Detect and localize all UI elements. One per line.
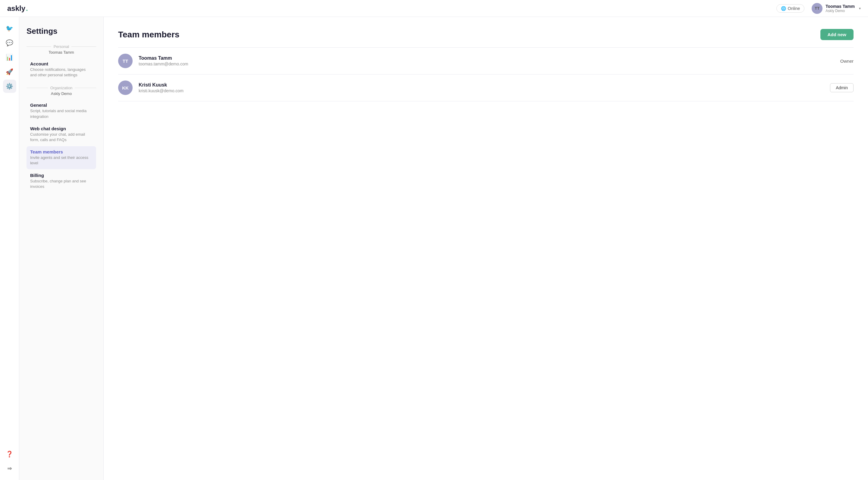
chevron-down-icon: ▾ bbox=[859, 6, 861, 10]
globe-icon: 🌐 bbox=[781, 6, 786, 11]
nav-title-team-members: Team members bbox=[30, 149, 93, 154]
nav-desc-account: Choose notifications, languages and othe… bbox=[30, 67, 93, 78]
logout-icon[interactable]: ⇒ bbox=[3, 462, 16, 475]
rocket-icon[interactable]: 🚀 bbox=[3, 65, 16, 79]
user-org: Askly Demo bbox=[826, 9, 855, 13]
member-role-badge[interactable]: Admin bbox=[830, 83, 854, 92]
layout: 🐦 💬 📊 🚀 ⚙️ ❓ ⇒ Settings Personal Toomas … bbox=[0, 17, 868, 480]
user-menu[interactable]: TT Toomas Tamm Askly Demo ▾ bbox=[812, 3, 861, 14]
table-row: KK Kristi Kuusk kristi.kuusk@demo.com Ad… bbox=[118, 74, 854, 101]
table-row: TT Toomas Tamm toomas.tamm@demo.com Owne… bbox=[118, 48, 854, 74]
member-name: Toomas Tamm bbox=[138, 56, 840, 61]
nav-desc-billing: Subscribe, change plan and see invoices bbox=[30, 179, 93, 189]
main-header: Team members Add new bbox=[118, 29, 854, 40]
sidebar-item-billing[interactable]: Billing Subscribe, change plan and see i… bbox=[27, 170, 96, 192]
member-info: Toomas Tamm toomas.tamm@demo.com bbox=[138, 56, 840, 66]
nav-title-account: Account bbox=[30, 61, 93, 66]
member-email: kristi.kuusk@demo.com bbox=[138, 88, 830, 93]
avatar: TT bbox=[118, 54, 133, 68]
member-info: Kristi Kuusk kristi.kuusk@demo.com bbox=[138, 82, 830, 93]
icon-sidebar: 🐦 💬 📊 🚀 ⚙️ ❓ ⇒ bbox=[0, 17, 19, 480]
settings-title: Settings bbox=[27, 27, 96, 36]
user-name: Toomas Tamm bbox=[826, 4, 855, 9]
organization-section-label: Organization bbox=[27, 86, 96, 90]
avatar: KK bbox=[118, 81, 133, 95]
nav-desc-general: Script, tutorials and social media integ… bbox=[30, 108, 93, 119]
status-badge[interactable]: 🌐 Online bbox=[776, 4, 804, 13]
logo: askly. bbox=[7, 4, 28, 13]
sidebar-item-team-members[interactable]: Team members Invite agents and set their… bbox=[27, 146, 96, 169]
settings-icon[interactable]: ⚙️ bbox=[3, 80, 16, 93]
user-info: Toomas Tamm Askly Demo bbox=[826, 4, 855, 13]
organization-name: Askly Demo bbox=[27, 91, 96, 96]
analytics-icon[interactable]: 📊 bbox=[3, 51, 16, 64]
page-title: Team members bbox=[118, 30, 179, 39]
message-icon[interactable]: 💬 bbox=[3, 36, 16, 50]
personal-section-label: Personal bbox=[27, 44, 96, 49]
add-new-button[interactable]: Add new bbox=[820, 29, 854, 40]
member-role: Owner bbox=[840, 59, 854, 64]
icon-sidebar-bottom: ❓ ⇒ bbox=[3, 447, 16, 475]
settings-sidebar: Settings Personal Toomas Tamm Account Ch… bbox=[19, 17, 104, 480]
topbar-right: 🌐 Online TT Toomas Tamm Askly Demo ▾ bbox=[776, 3, 861, 14]
topbar: askly. 🌐 Online TT Toomas Tamm Askly Dem… bbox=[0, 0, 868, 17]
sidebar-item-general[interactable]: General Script, tutorials and social med… bbox=[27, 99, 96, 122]
icon-sidebar-top: 🐦 💬 📊 🚀 ⚙️ bbox=[3, 22, 16, 93]
help-icon[interactable]: ❓ bbox=[3, 447, 16, 461]
main-content: Team members Add new TT Toomas Tamm toom… bbox=[104, 17, 868, 480]
nav-title-billing: Billing bbox=[30, 173, 93, 178]
personal-user-name: Toomas Tamm bbox=[27, 50, 96, 55]
chat-icon[interactable]: 🐦 bbox=[3, 22, 16, 35]
nav-desc-team-members: Invite agents and set their access level bbox=[30, 155, 93, 166]
avatar: TT bbox=[812, 3, 823, 14]
nav-title-web-chat-design: Web chat design bbox=[30, 126, 93, 131]
sidebar-item-web-chat-design[interactable]: Web chat design Customise your chat, add… bbox=[27, 123, 96, 146]
nav-title-general: General bbox=[30, 102, 93, 108]
member-email: toomas.tamm@demo.com bbox=[138, 61, 840, 66]
member-name: Kristi Kuusk bbox=[138, 82, 830, 88]
sidebar-item-account[interactable]: Account Choose notifications, languages … bbox=[27, 58, 96, 81]
nav-desc-web-chat-design: Customise your chat, add email form, cal… bbox=[30, 132, 93, 143]
